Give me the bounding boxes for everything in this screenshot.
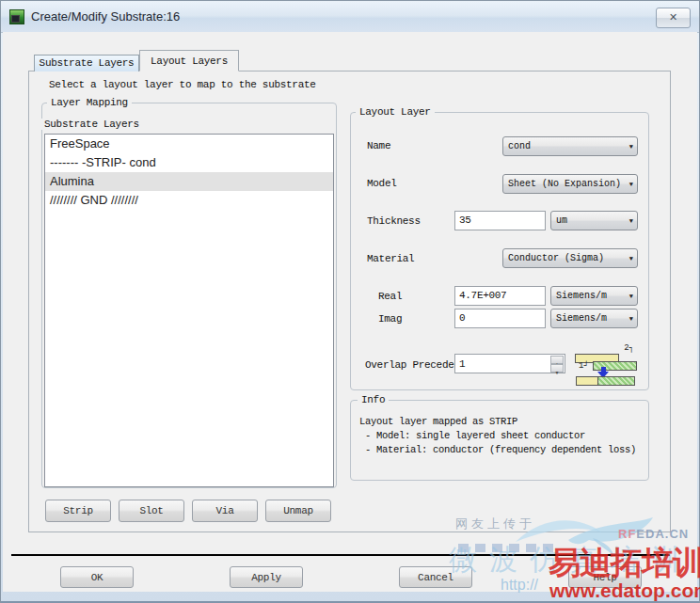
spin-up-icon[interactable] xyxy=(550,356,564,364)
chevron-down-icon xyxy=(629,212,633,230)
info-line-3: - Material: conductor (frequency depende… xyxy=(359,444,636,455)
chevron-down-icon xyxy=(629,309,633,328)
list-item[interactable]: //////// GND //////// xyxy=(45,191,333,210)
name-label: Name xyxy=(367,140,390,151)
overlap-precedence-stepper[interactable]: 1 xyxy=(454,354,565,373)
list-item[interactable]: ------- -STRIP- cond xyxy=(45,153,333,172)
overlap-precedence-value: 1 xyxy=(459,356,466,373)
imag-label: Imag xyxy=(378,313,402,325)
close-icon[interactable]: ✕ xyxy=(656,8,691,28)
help-button[interactable]: Help xyxy=(568,566,642,588)
cancel-button[interactable]: Cancel xyxy=(399,566,472,588)
chevron-down-icon xyxy=(629,137,633,156)
imag-input[interactable]: 0 xyxy=(454,309,546,328)
via-button[interactable]: Via xyxy=(192,500,258,522)
chevron-down-icon xyxy=(629,287,633,306)
tab-layout-layers[interactable]: Layout Layers xyxy=(139,50,239,71)
tab-substrate-layers[interactable]: Substrate Layers xyxy=(34,55,139,71)
overlap-layer1-label: 1┘ xyxy=(579,361,589,371)
title-bar[interactable]: Create/Modify Substrate:16 ✕ xyxy=(1,2,699,33)
thickness-input[interactable]: 35 xyxy=(454,211,546,230)
layout-layer-legend: Layout Layer xyxy=(356,106,435,118)
model-value: Sheet (No Expansion) xyxy=(508,179,621,189)
substrate-layers-label: Substrate Layers xyxy=(41,119,142,130)
thickness-unit-value: um xyxy=(556,215,567,226)
chevron-down-icon xyxy=(629,175,633,194)
chevron-down-icon xyxy=(629,249,633,268)
overlap-precedence-icon: 2┐ 1┘ xyxy=(574,346,638,386)
material-label: Material xyxy=(367,253,414,264)
info-line-1: Layout layer mapped as STRIP xyxy=(359,416,517,427)
list-item[interactable]: FreeSpace xyxy=(45,135,333,153)
strip-button[interactable]: Strip xyxy=(45,500,111,522)
thickness-unit-dropdown[interactable]: um xyxy=(550,211,638,230)
material-dropdown[interactable]: Conductor (Sigma) xyxy=(502,248,638,268)
material-value: Conductor (Sigma) xyxy=(508,253,604,263)
real-input[interactable]: 4.7E+007 xyxy=(454,286,546,306)
real-unit-dropdown[interactable]: Siemens/m xyxy=(550,286,638,306)
name-value: cond xyxy=(508,141,531,151)
substrate-app-icon xyxy=(9,9,24,24)
model-dropdown[interactable]: Sheet (No Expansion) xyxy=(502,174,638,194)
real-label: Real xyxy=(378,291,402,302)
unmap-button[interactable]: Unmap xyxy=(265,500,331,522)
instruction-text: Select a layout layer to map to the subs… xyxy=(49,79,316,90)
imag-unit-value: Siemens/m xyxy=(556,313,607,324)
list-item-selected[interactable]: Alumina xyxy=(45,172,333,191)
model-label: Model xyxy=(367,178,397,189)
substrate-layers-list[interactable]: FreeSpace ------- -STRIP- cond Alumina /… xyxy=(44,134,334,487)
dialog-window: Create/Modify Substrate:16 ✕ Substrate L… xyxy=(0,0,700,603)
window-title: Create/Modify Substrate:16 xyxy=(31,9,180,24)
spin-down-icon[interactable] xyxy=(550,364,564,373)
apply-button[interactable]: Apply xyxy=(230,566,303,588)
real-unit-value: Siemens/m xyxy=(556,291,607,301)
footer-divider xyxy=(11,554,670,556)
layer2-bar xyxy=(593,361,637,371)
imag-unit-dropdown[interactable]: Siemens/m xyxy=(550,309,638,328)
layer-mapping-legend: Layer Mapping xyxy=(47,97,132,108)
info-line-2: - Model: single layered sheet conductor xyxy=(359,430,585,441)
overlap-layer2-label: 2┐ xyxy=(624,343,634,353)
info-legend: Info xyxy=(358,394,389,405)
ok-button[interactable]: OK xyxy=(60,566,134,588)
thickness-label: Thickness xyxy=(367,215,421,227)
name-dropdown[interactable]: cond xyxy=(502,136,638,156)
slot-button[interactable]: Slot xyxy=(119,500,184,522)
merged-layer-bar xyxy=(576,376,635,386)
